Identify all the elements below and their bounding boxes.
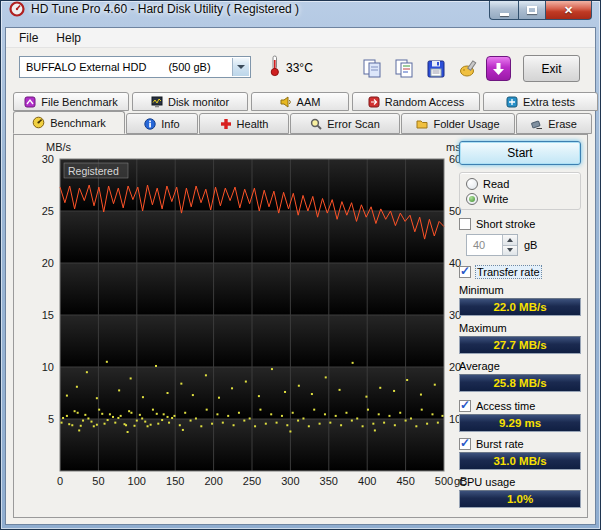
short-stroke-spinner[interactable]: 40 [466, 234, 518, 256]
close-button[interactable]: ✕ [546, 1, 592, 20]
svg-text:300: 300 [281, 475, 299, 487]
magnifier-icon [310, 118, 322, 130]
file-benchmark-icon [24, 96, 36, 108]
spinner-down-button[interactable] [502, 246, 517, 256]
tab-file-benchmark[interactable]: File Benchmark [13, 92, 129, 111]
svg-text:400: 400 [358, 475, 376, 487]
update-button[interactable] [486, 56, 511, 81]
short-stroke-unit-label: gB [524, 239, 537, 251]
burst-rate-value: 31.0 MB/s [459, 452, 581, 470]
read-write-group: Read Write [459, 172, 581, 210]
access-time-checkbox[interactable]: Access time [459, 400, 581, 412]
copy-screenshot-button[interactable] [358, 55, 385, 82]
minimum-label: Minimum [459, 284, 581, 296]
tab-disk-monitor[interactable]: Disk monitor [132, 92, 248, 111]
save-screenshot-button[interactable] [422, 55, 449, 82]
chevron-down-icon [237, 65, 245, 69]
benchmark-gauge-icon [32, 116, 45, 129]
copy-screenshot-icon [362, 59, 382, 79]
tab-aam[interactable]: AAM [251, 92, 349, 111]
eraser-icon [531, 118, 543, 130]
client-area: File Help BUFFALO External HDD (500 gB) … [5, 27, 596, 525]
options-button[interactable] [454, 55, 481, 82]
svg-text:0: 0 [57, 475, 63, 487]
svg-text:MB/s: MB/s [46, 141, 72, 153]
tab-error-scan[interactable]: Error Scan [290, 113, 400, 134]
svg-text:15: 15 [42, 309, 54, 321]
svg-text:25: 25 [42, 205, 54, 217]
average-label: Average [459, 360, 581, 372]
menu-file[interactable]: File [10, 29, 47, 47]
start-button[interactable]: Start [459, 141, 581, 165]
tab-benchmark[interactable]: Benchmark [13, 111, 125, 134]
arrow-up-icon [507, 238, 513, 242]
maximize-button[interactable] [518, 1, 546, 20]
checkbox-icon [459, 438, 471, 450]
thermometer-icon [268, 54, 281, 81]
checkbox-icon [459, 266, 471, 278]
combo-dropdown-button[interactable] [232, 58, 249, 76]
hand-icon [458, 59, 478, 79]
checkbox-icon [459, 218, 471, 230]
disk-monitor-icon [151, 96, 163, 108]
spinner-up-button[interactable] [502, 235, 517, 246]
maximum-value: 27.7 MB/s [459, 336, 581, 354]
write-radio[interactable]: Write [466, 193, 574, 205]
secondary-tab-bar: File Benchmark Disk monitor AAM Random A… [13, 92, 598, 111]
cpu-usage-value: 1.0% [459, 490, 581, 508]
benchmark-controls-panel: Start Read Write Short stroke [459, 141, 581, 513]
tab-health[interactable]: Health [199, 113, 289, 134]
menu-help[interactable]: Help [47, 29, 90, 47]
read-radio[interactable]: Read [466, 178, 574, 190]
hd-tune-window: HD Tune Pro 4.60 - Hard Disk Utility ( R… [0, 0, 601, 530]
svg-text:50: 50 [92, 475, 104, 487]
svg-text:500: 500 [435, 475, 453, 487]
svg-text:30: 30 [42, 153, 54, 165]
radio-icon [466, 193, 478, 205]
download-arrow-icon [492, 62, 505, 76]
maximum-label: Maximum [459, 322, 581, 334]
svg-text:10: 10 [42, 361, 54, 373]
menu-bar: File Help [6, 28, 595, 48]
info-icon [144, 118, 156, 130]
svg-text:350: 350 [320, 475, 338, 487]
close-icon: ✕ [564, 4, 573, 17]
tab-folder-usage[interactable]: Folder Usage [401, 113, 515, 134]
tab-info[interactable]: Info [126, 113, 198, 134]
titlebar[interactable]: HD Tune Pro 4.60 - Hard Disk Utility ( R… [1, 1, 600, 17]
app-icon [9, 1, 25, 17]
burst-rate-checkbox[interactable]: Burst rate [459, 438, 581, 450]
radio-icon [466, 178, 478, 190]
svg-text:100: 100 [128, 475, 146, 487]
exit-button[interactable]: Exit [523, 55, 580, 82]
drive-select[interactable]: BUFFALO External HDD (500 gB) [19, 56, 251, 78]
save-icon [426, 59, 446, 79]
health-cross-icon [220, 118, 232, 130]
transfer-rate-checkbox[interactable]: Transfer rate [459, 266, 581, 278]
random-access-icon [368, 96, 380, 108]
short-stroke-size-row: 40 gB [466, 234, 581, 256]
checkbox-icon [459, 400, 471, 412]
tab-erase[interactable]: Erase [516, 113, 592, 134]
svg-text:5: 5 [48, 413, 54, 425]
minimize-button[interactable] [489, 1, 518, 20]
average-value: 25.8 MB/s [459, 374, 581, 392]
tab-random-access[interactable]: Random Access [352, 92, 480, 111]
copy-text-icon [394, 59, 414, 79]
folder-icon [416, 118, 428, 130]
tab-extra-tests[interactable]: Extra tests [483, 92, 598, 111]
svg-text:20: 20 [42, 257, 54, 269]
drive-size: (500 gB) [168, 61, 210, 73]
spinner-value: 40 [467, 235, 502, 255]
short-stroke-checkbox[interactable]: Short stroke [459, 218, 581, 230]
svg-text:150: 150 [166, 475, 184, 487]
window-title: HD Tune Pro 4.60 - Hard Disk Utility ( R… [31, 2, 299, 16]
toolbar: BUFFALO External HDD (500 gB) 33°C [6, 48, 595, 90]
minimize-icon [500, 13, 509, 16]
minimum-value: 22.0 MB/s [459, 298, 581, 316]
arrow-down-icon [507, 248, 513, 252]
copy-text-button[interactable] [390, 55, 417, 82]
primary-tab-bar: Benchmark Info Health Error Scan Folder … [13, 112, 592, 134]
svg-text:250: 250 [243, 475, 261, 487]
access-time-value: 9.29 ms [459, 414, 581, 432]
